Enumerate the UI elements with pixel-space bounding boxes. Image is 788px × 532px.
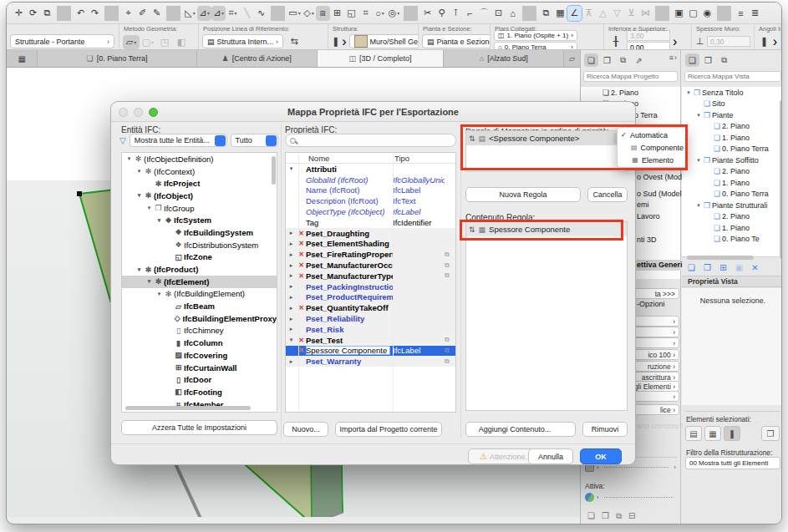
tree-item[interactable]: ▨ IfcCovering xyxy=(122,349,277,362)
property-row[interactable]: Description (IfcRoot) IfcText xyxy=(286,195,455,206)
property-row[interactable]: ObjectType (IfcObject) IfcLabel xyxy=(286,206,455,217)
tree-item[interactable]: ▯ IfcDoor xyxy=(122,373,277,386)
clone-item-icon[interactable]: ⧉ xyxy=(616,511,622,521)
raise-icon[interactable]: ⊼ xyxy=(582,6,596,21)
wall-icon[interactable]: ❚ xyxy=(332,34,339,48)
property-row[interactable]: ▸ ✕ Pset_ElementShading xyxy=(286,239,455,250)
property-row[interactable]: ▸ ✕ Pset_FireRatingProperties ⧉ xyxy=(286,249,455,260)
column-tipo[interactable]: Tipo xyxy=(394,154,409,163)
mapping-rule-row[interactable]: ⇅ ▤ <Spessore Componente> › xyxy=(466,131,627,145)
reference-line-icon[interactable]: ⊿ xyxy=(197,6,211,21)
property-row[interactable]: GlobalId (IfcRoot) IfcGloballyUniq.. xyxy=(286,175,455,185)
active-profile-row[interactable]: › xyxy=(585,493,676,502)
publisher-icon[interactable]: ⇗ xyxy=(632,53,646,67)
view-map-search-input[interactable] xyxy=(684,71,781,82)
tree-item[interactable]: ▾ ✻ (IfcElement) xyxy=(122,276,277,288)
entity-scope-select[interactable]: Tutto xyxy=(231,134,278,147)
property-row[interactable]: ▸ Pset_PackingInstructions xyxy=(286,281,455,292)
disclosure-icon[interactable]: ▸ xyxy=(286,294,297,301)
pen-icon[interactable]: ✎ xyxy=(150,6,164,21)
vertical-scrollbar[interactable] xyxy=(272,156,276,185)
property-row[interactable]: ▸ Pset_Reliability xyxy=(286,313,455,324)
tree-item-fragment[interactable]: emi xyxy=(637,200,649,209)
tree-item[interactable]: ◱ IfcZone xyxy=(122,251,277,264)
view-map-icon[interactable]: ❐ xyxy=(600,53,614,67)
layout-book-icon[interactable]: ❐ xyxy=(701,53,715,67)
disclosure-icon[interactable]: ▾ xyxy=(286,165,297,172)
magnet-icon[interactable]: ⧈ xyxy=(316,6,330,21)
tree-item-fragment[interactable]: o Sud (Modello xyxy=(637,190,688,198)
tree-item-fragment[interactable]: ano corrente? xyxy=(637,422,684,430)
lower-icon[interactable]: ⊻ xyxy=(624,6,638,21)
property-row[interactable]: ▸ Pset_Warranty ⧉ xyxy=(286,356,455,367)
geometry-method-icon[interactable]: ◺ xyxy=(183,6,197,21)
reference-line-alt-icon[interactable]: ⊿ xyxy=(211,6,226,21)
annulla-button[interactable]: Annulla xyxy=(528,448,573,464)
stretch-icon[interactable]: ▦ xyxy=(553,6,567,21)
move-up-icon[interactable]: △ xyxy=(596,6,610,21)
entity-filter-select[interactable]: Mostra tutte le Entità... xyxy=(130,134,227,147)
layout-book-icon[interactable]: ⧉ xyxy=(616,53,630,67)
redo-icon[interactable]: ↷ xyxy=(88,6,102,21)
guide-line-icon[interactable]: ╲ xyxy=(240,6,254,21)
tree-item[interactable]: ▾ ✻ (IfcProduct) xyxy=(122,263,277,276)
separator[interactable] xyxy=(271,6,285,21)
frame-icon[interactable]: ⌗ xyxy=(358,6,373,21)
disclosure-icon[interactable]: ▾ xyxy=(135,168,143,175)
azzera-impostazioni-button[interactable]: Azzera Tutte le Impostazioni xyxy=(121,420,277,435)
disclosure-icon[interactable]: ▾ xyxy=(685,89,692,96)
ok-button[interactable]: OK xyxy=(580,448,622,464)
split-icon[interactable]: ✂ xyxy=(420,6,435,21)
edit-plane-icon[interactable]: ∠ xyxy=(567,6,582,21)
tree-item[interactable]: ❖ IfcDistributionSystem xyxy=(122,239,277,251)
disclosure-icon[interactable]: ▾ xyxy=(135,192,143,199)
disclosure-icon[interactable]: ▾ xyxy=(695,112,702,119)
tree-item[interactable]: ▾ ✻ (IfcContext) xyxy=(122,165,277,178)
flip-reference-icon[interactable]: ⇆ xyxy=(286,34,302,48)
vertical-scrollbar[interactable] xyxy=(780,100,782,259)
table-header[interactable]: Nome Tipo xyxy=(286,153,455,164)
home-icon[interactable]: ⌂ xyxy=(506,6,520,21)
group-icon[interactable]: ◉ xyxy=(700,6,714,21)
tab-overflow-button[interactable]: ▱ xyxy=(564,50,580,67)
open-folder-button[interactable]: ❐ xyxy=(761,426,780,441)
disclosure-icon[interactable]: ▾ xyxy=(695,157,702,164)
pickup-parameters-icon[interactable]: ⌖ xyxy=(121,6,135,21)
separator[interactable] xyxy=(104,6,119,21)
tree-item[interactable]: ❏ 1. Piano xyxy=(682,177,782,189)
property-row[interactable]: ▸ Pset_ProductRequirements xyxy=(286,292,455,303)
property-row[interactable]: Name (IfcRoot) IfcLabel xyxy=(286,185,455,196)
tree-item[interactable]: ❏ 2. Piano xyxy=(682,166,782,178)
disclosure-icon[interactable]: ▾ xyxy=(135,266,143,273)
filtro-ristrutturazione-select[interactable]: 00 Mostra tutti gli Elementi xyxy=(685,457,780,469)
disclosure-icon[interactable]: ▾ xyxy=(125,155,133,162)
disclosure-icon[interactable]: ▸ xyxy=(286,230,297,236)
disclosure-icon[interactable]: ▾ xyxy=(145,205,153,211)
disclosure-icon[interactable]: ▸ xyxy=(286,251,297,258)
view-settings-icon[interactable]: ▣ xyxy=(733,261,745,274)
rotate-icon[interactable]: ⟳ xyxy=(26,6,40,21)
disclosure-icon[interactable]: ▸ xyxy=(286,305,297,312)
layers-icon[interactable]: ≡ xyxy=(734,6,748,21)
tree-item[interactable]: ❏ 0. Piano Terra xyxy=(682,144,782,155)
new-viewpoint-icon[interactable]: ❏ xyxy=(587,511,595,521)
tab-grid-button[interactable]: ▦ xyxy=(7,50,38,67)
grid-tool-icon[interactable]: ⊞ xyxy=(330,6,344,21)
filter-columns-icon[interactable]: ❚ xyxy=(724,426,740,441)
reference-line-dropdown[interactable]: ▤ Struttura Intern... › xyxy=(202,34,283,48)
tree-item[interactable]: ✻ IfcProject xyxy=(122,177,277,190)
tree-item[interactable]: ▾ ❐ Piante Strutturali xyxy=(682,200,782,211)
tab-alzato-sud[interactable]: ⌂ [Alzato Sud] xyxy=(444,50,564,67)
remove-item-icon[interactable]: ⊟ xyxy=(628,511,635,521)
tree-item[interactable]: ❏ 2. Piano xyxy=(682,121,782,133)
tree-item[interactable]: ⊞ IfcCurtainWall xyxy=(122,362,277,374)
property-row[interactable]: ▸ ✕ Pset_Draughting xyxy=(286,228,455,239)
disclosure-icon[interactable]: ▸ xyxy=(286,283,297,290)
property-row[interactable]: ▸ ✕ Pset_ManufacturerOccur... ⧉ xyxy=(286,260,455,271)
delete-view-icon[interactable]: ✕ xyxy=(749,261,761,274)
pane-menu-button[interactable]: ≡ › xyxy=(669,53,677,62)
cloud-icon[interactable]: ○ xyxy=(373,6,387,21)
measure-icon[interactable]: ⊺ xyxy=(449,6,463,21)
tree-item-fragment[interactable]: -Opzioni xyxy=(637,300,665,308)
swap-icon[interactable]: ⋈ xyxy=(638,6,653,21)
